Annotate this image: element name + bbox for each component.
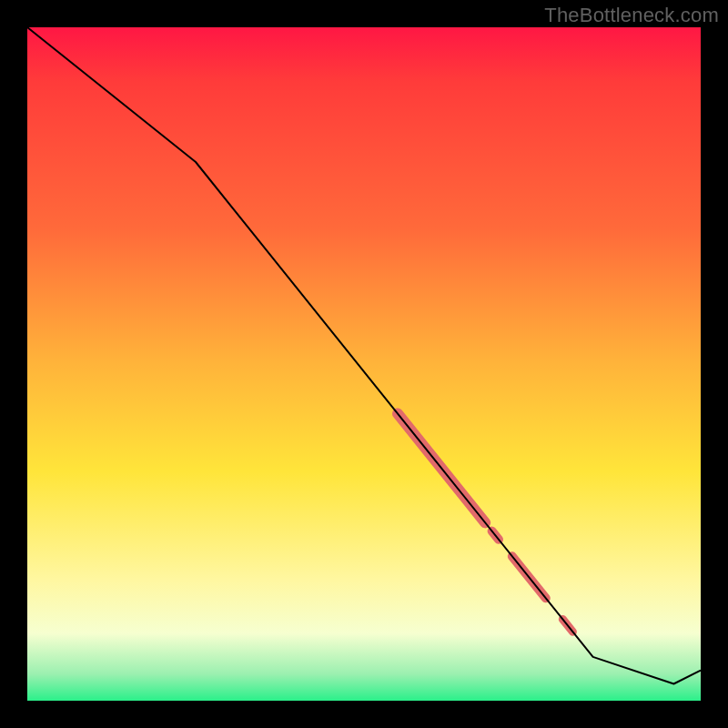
plot-svg	[27, 27, 701, 701]
series-layer	[27, 27, 701, 684]
plot-area	[27, 27, 701, 701]
watermark-text: TheBottleneck.com	[544, 4, 719, 27]
chart-frame: TheBottleneck.com	[0, 0, 728, 728]
series-bottleneck-curve	[27, 27, 701, 684]
